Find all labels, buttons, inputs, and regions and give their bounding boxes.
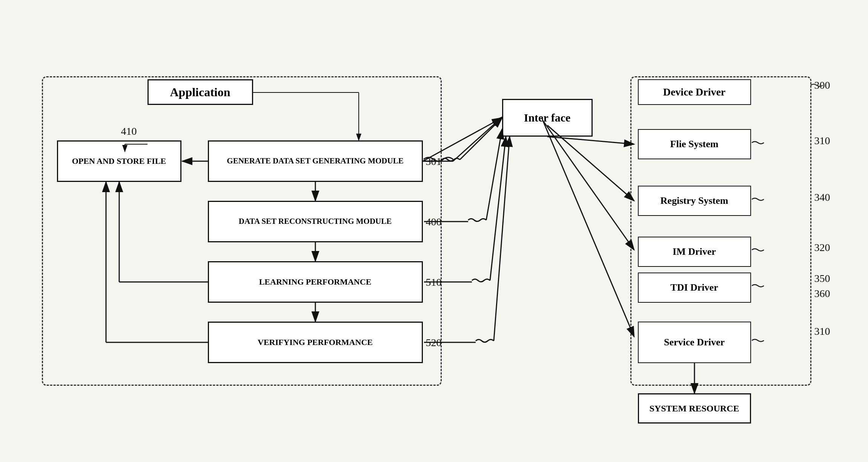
ref-350: 350 xyxy=(814,273,830,285)
learning-performance-box: LEARNING PERFORMANCE xyxy=(208,261,423,303)
tdi-driver-box: TDI Driver xyxy=(638,273,751,303)
application-box: Application xyxy=(147,79,253,105)
open-store-box: OPEN AND STORE FILE xyxy=(57,140,181,182)
data-set-reconstruct-box: DATA SET RECONSTRUCTING MODULE xyxy=(208,201,423,242)
im-driver-box: IM Driver xyxy=(638,237,751,267)
service-driver-box: Service Driver xyxy=(638,322,751,363)
svg-line-22 xyxy=(494,137,510,341)
device-driver-box: Device Driver xyxy=(638,79,751,105)
ref-520: 520 xyxy=(426,337,442,349)
verifying-performance-box: VERIFYING PERFORMANCE xyxy=(208,322,423,363)
diagram: Application 410 OPEN AND STORE FILE GENE… xyxy=(19,23,849,439)
registry-system-box: Registry System xyxy=(638,186,751,216)
ref-320: 320 xyxy=(814,242,830,254)
ref-300: 300 xyxy=(814,79,830,91)
svg-line-16 xyxy=(460,118,502,160)
interface-box: Inter face xyxy=(502,99,593,137)
svg-line-20 xyxy=(490,137,506,280)
ref-310a: 310 xyxy=(814,135,830,147)
svg-line-14 xyxy=(453,117,502,161)
svg-line-26 xyxy=(542,118,634,337)
ref-310b: 310 xyxy=(814,325,830,337)
ref-360: 360 xyxy=(814,288,830,300)
ref-410: 410 xyxy=(121,125,137,137)
ref-400: 400 xyxy=(426,216,442,228)
system-resource-box: SYSTEM RESOURCE xyxy=(638,393,751,424)
svg-line-25 xyxy=(544,122,634,250)
ref-301: 301 xyxy=(426,156,442,168)
svg-line-18 xyxy=(486,129,502,220)
ref-340: 340 xyxy=(814,191,830,203)
ref-510: 510 xyxy=(426,276,442,288)
file-system-box: Flie System xyxy=(638,129,751,159)
svg-line-23 xyxy=(547,137,634,144)
svg-line-24 xyxy=(547,125,634,201)
generate-module-box: GENERATE DATA SET GENERATING MODULE xyxy=(208,140,423,182)
